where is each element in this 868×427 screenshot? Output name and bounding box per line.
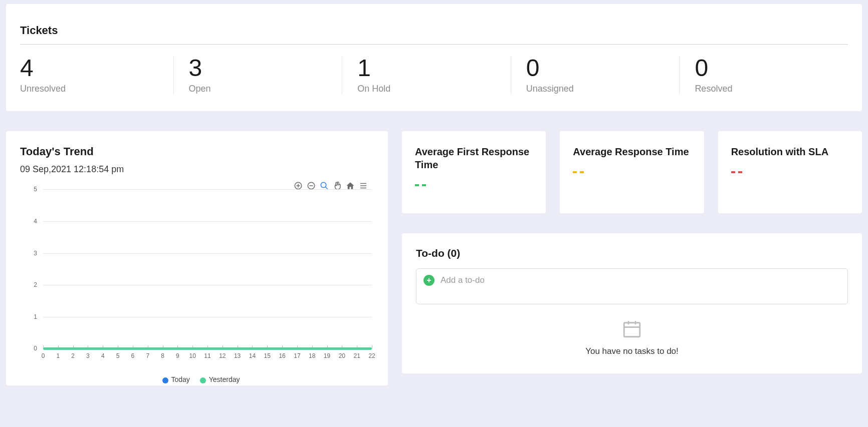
x-tick: 12 xyxy=(219,352,226,359)
stat-open[interactable]: 3 Open xyxy=(189,56,343,94)
kpi-empty-dash xyxy=(415,184,426,186)
x-tick: 6 xyxy=(131,352,135,359)
grid-line xyxy=(43,189,372,190)
y-tick: 2 xyxy=(30,281,37,288)
x-tick: 1 xyxy=(56,352,60,359)
trend-card: Today's Trend 09 Sep,2021 12:18:54 pm xyxy=(6,131,388,385)
grid-line xyxy=(43,317,372,317)
x-tick: 8 xyxy=(161,352,164,359)
stat-value: 4 xyxy=(20,56,158,81)
stat-label: Open xyxy=(189,84,327,94)
y-tick: 1 xyxy=(30,313,37,320)
stat-label: Unresolved xyxy=(20,84,158,94)
kpi-empty-dash xyxy=(573,171,584,173)
trend-timestamp: 09 Sep,2021 12:18:54 pm xyxy=(20,164,374,175)
tickets-title: Tickets xyxy=(20,24,848,45)
chart-legend: Today Yesterday xyxy=(6,375,388,383)
svg-point-5 xyxy=(321,183,326,188)
y-tick: 5 xyxy=(30,186,37,193)
kpi-resolution-sla[interactable]: Resolution with SLA xyxy=(718,131,862,213)
todo-empty-state: You have no tasks to do! xyxy=(416,318,848,356)
grid-line xyxy=(43,285,372,285)
kpi-avg-first-response[interactable]: Average First Response Time xyxy=(402,131,546,213)
stat-unassigned[interactable]: 0 Unassigned xyxy=(526,56,680,94)
x-axis: 012345678910111213141516171819202122 xyxy=(43,348,372,363)
grid-line xyxy=(43,221,372,222)
stat-resolved[interactable]: 0 Resolved xyxy=(695,56,848,94)
x-tick: 11 xyxy=(204,352,210,359)
todo-title: To-do (0) xyxy=(416,247,848,259)
legend-dot-yesterday xyxy=(200,377,206,383)
stat-label: On Hold xyxy=(357,84,496,94)
x-tick: 3 xyxy=(86,352,90,359)
x-tick: 4 xyxy=(101,352,105,359)
x-tick: 18 xyxy=(309,352,315,359)
kpi-avg-response[interactable]: Average Response Time xyxy=(560,131,704,213)
svg-rect-10 xyxy=(624,323,640,337)
x-tick: 5 xyxy=(116,352,120,359)
stat-value: 3 xyxy=(189,56,327,81)
y-tick: 3 xyxy=(30,250,37,257)
trend-chart: 0123450123456789101112131415161718192021… xyxy=(30,189,372,363)
x-tick: 10 xyxy=(189,352,195,359)
stat-unresolved[interactable]: 4 Unresolved xyxy=(20,56,174,94)
add-icon[interactable]: + xyxy=(423,275,435,286)
todo-empty-text: You have no tasks to do! xyxy=(416,346,848,356)
kpi-empty-dash xyxy=(731,171,742,173)
legend-dot-today xyxy=(162,377,168,383)
todo-input-wrap[interactable]: + xyxy=(416,268,848,304)
todo-card: To-do (0) + You have no tasks to do! xyxy=(402,233,862,373)
trend-title: Today's Trend xyxy=(20,145,374,158)
grid-line xyxy=(43,253,372,254)
tickets-summary-card: Tickets 4 Unresolved 3 Open 1 On Hold 0 … xyxy=(6,4,862,111)
x-tick: 15 xyxy=(264,352,271,359)
x-tick: 9 xyxy=(176,352,179,359)
stat-value: 1 xyxy=(357,56,496,81)
kpi-row: Average First Response Time Average Resp… xyxy=(402,131,862,213)
x-tick: 7 xyxy=(146,352,149,359)
x-tick: 14 xyxy=(249,352,256,359)
kpi-title: Average Response Time xyxy=(573,145,691,158)
series-yesterday-line xyxy=(43,347,372,350)
x-tick: 13 xyxy=(234,352,241,359)
kpi-title: Average First Response Time xyxy=(415,145,533,171)
legend-label-today: Today xyxy=(171,375,190,383)
tickets-stats-row: 4 Unresolved 3 Open 1 On Hold 0 Unassign… xyxy=(20,56,848,94)
y-tick: 4 xyxy=(30,218,37,225)
todo-input[interactable] xyxy=(441,275,840,285)
stat-value: 0 xyxy=(526,56,665,81)
stat-value: 0 xyxy=(695,56,833,81)
stat-onhold[interactable]: 1 On Hold xyxy=(357,56,511,94)
x-tick: 0 xyxy=(42,352,45,359)
x-tick: 17 xyxy=(294,352,300,359)
x-minor-tick xyxy=(372,345,372,348)
stat-label: Resolved xyxy=(695,84,833,94)
x-tick: 19 xyxy=(324,352,330,359)
x-tick: 21 xyxy=(353,352,360,359)
legend-label-yesterday: Yesterday xyxy=(209,375,240,383)
x-tick: 16 xyxy=(279,352,285,359)
x-tick: 22 xyxy=(368,352,375,359)
calendar-icon xyxy=(621,318,642,341)
kpi-title: Resolution with SLA xyxy=(731,145,849,158)
stat-label: Unassigned xyxy=(526,84,665,94)
y-tick: 0 xyxy=(30,345,37,352)
x-tick: 20 xyxy=(339,352,345,359)
x-tick: 2 xyxy=(71,352,75,359)
